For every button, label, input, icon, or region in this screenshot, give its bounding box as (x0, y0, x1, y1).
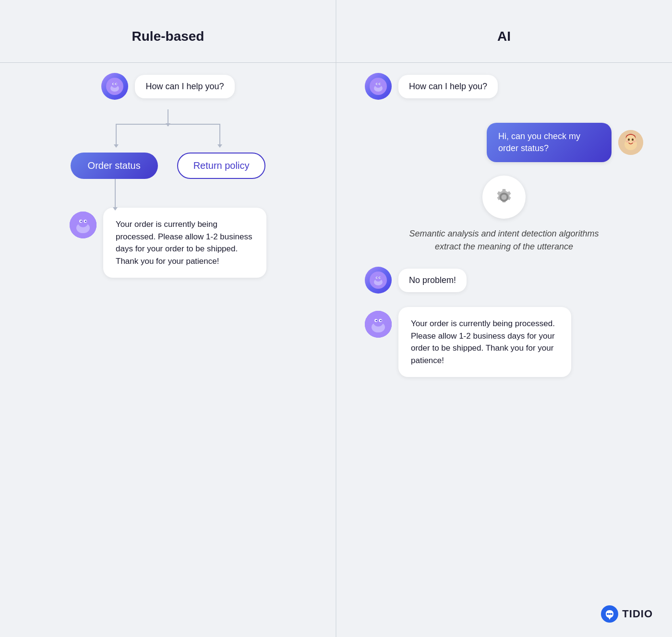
rule-bot-greeting-row: How can I help you? (101, 73, 234, 100)
flow-line-2 (115, 179, 116, 208)
svg-point-24 (626, 135, 636, 144)
ai-response-bubble: Your order is currently being processed.… (398, 307, 571, 377)
order-status-button[interactable]: Order status (71, 153, 158, 179)
svg-point-13 (85, 221, 86, 222)
ai-no-problem-avatar (365, 267, 392, 294)
horizontal-divider (0, 62, 672, 63)
tidio-label: TIDIO (622, 608, 653, 620)
tidio-icon (601, 605, 618, 623)
ai-content: How can I help you? Hi, can you check my… (365, 63, 643, 377)
vertical-divider (336, 0, 336, 637)
branch-right-arrow (219, 124, 220, 145)
rule-response-bot-avatar (70, 212, 96, 238)
user-message-row: Hi, can you check my order status? (365, 123, 643, 162)
svg-point-46 (611, 613, 612, 615)
svg-point-19 (377, 83, 378, 84)
rule-based-title: Rule-based (29, 29, 307, 44)
gear-bubble (482, 176, 526, 219)
ai-bot-avatar (365, 73, 392, 100)
rule-based-column: Rule-based (0, 0, 336, 637)
rule-bot-greeting-bubble: How can I help you? (135, 75, 234, 98)
processing-text: Semantic analysis and intent detection a… (398, 227, 610, 253)
return-policy-button[interactable]: Return policy (177, 153, 266, 179)
svg-point-38 (373, 316, 384, 327)
svg-point-6 (116, 83, 117, 84)
no-problem-bubble: No problem! (398, 269, 467, 292)
tidio-logo: TIDIO (601, 605, 653, 623)
ai-bot-greeting-bubble: How can I help you? (398, 75, 498, 98)
svg-point-35 (380, 277, 381, 278)
rule-response-bubble: Your order is currently being processed.… (103, 208, 266, 278)
rule-response-row: Your order is currently being processed.… (70, 208, 266, 278)
ai-column: AI (336, 0, 672, 637)
user-avatar (618, 130, 643, 155)
ai-bot-greeting-row: How can I help you? (365, 73, 643, 100)
svg-point-9 (78, 217, 88, 227)
svg-point-5 (113, 83, 114, 84)
ai-response-avatar (365, 311, 392, 338)
svg-point-31 (375, 275, 382, 282)
ai-response-row: Your order is currently being processed.… (365, 307, 643, 377)
svg-point-26 (632, 139, 634, 141)
svg-point-25 (628, 139, 630, 141)
rule-bot-avatar (101, 73, 128, 100)
svg-point-42 (380, 320, 382, 321)
svg-point-34 (377, 277, 378, 278)
branch-horizontal (116, 124, 220, 125)
ai-title: AI (365, 29, 643, 44)
svg-point-28 (633, 141, 636, 142)
rule-based-content: How can I help you? (29, 63, 307, 278)
user-bubble: Hi, can you check my order status? (487, 123, 612, 162)
options-row: Order status Return policy (71, 153, 266, 179)
svg-point-20 (380, 83, 381, 84)
processing-row: Semantic analysis and intent detection a… (365, 176, 643, 253)
flow-chart: Order status Return policy (29, 109, 307, 208)
svg-point-45 (609, 613, 611, 615)
branch-container (77, 124, 259, 153)
flow-line-1 (168, 109, 168, 124)
no-problem-row: No problem! (365, 267, 643, 294)
svg-point-44 (607, 613, 609, 615)
svg-point-41 (376, 320, 377, 321)
main-container: Rule-based (0, 0, 672, 637)
svg-point-16 (375, 81, 382, 88)
svg-point-27 (626, 141, 629, 142)
svg-point-12 (81, 221, 82, 222)
svg-point-2 (111, 81, 118, 88)
branch-left-arrow (116, 124, 117, 145)
